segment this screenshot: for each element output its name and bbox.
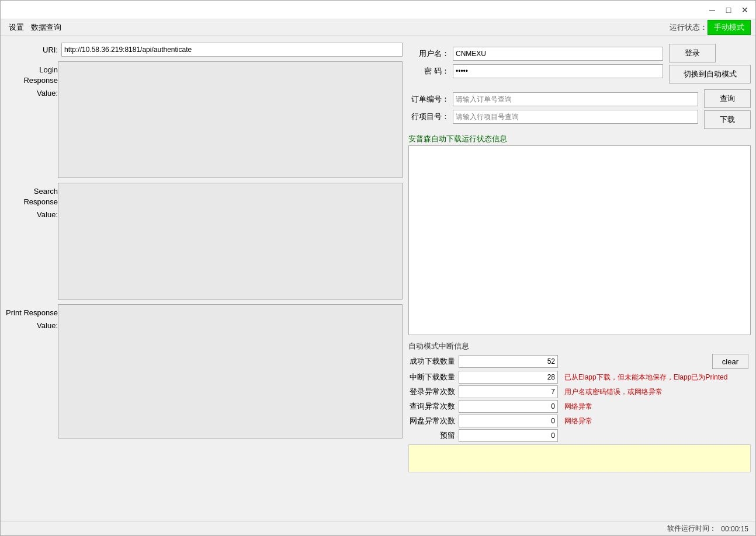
auto-log-area[interactable]: [408, 145, 751, 335]
login-response-textarea[interactable]: [58, 61, 403, 178]
switch-auto-button[interactable]: 切换到自动模式: [669, 65, 751, 83]
status-bar: 软件运行时间： 00:00:15: [1, 521, 755, 535]
stat-desc-4: 网络异常: [564, 416, 751, 426]
print-response-textarea[interactable]: [58, 304, 403, 438]
download-button[interactable]: 下载: [704, 110, 751, 129]
auto-log-section: 安普森自动下载运行状态信息: [408, 134, 751, 335]
search-response-textarea[interactable]: [58, 183, 403, 300]
order-input[interactable]: [453, 92, 698, 106]
auto-log-title: 安普森自动下载运行状态信息: [408, 134, 751, 144]
stat-desc-2: 用户名或密码错误，或网络异常: [564, 387, 751, 397]
bottom-yellow-box: [408, 444, 751, 472]
username-label: 用户名：: [408, 48, 449, 59]
stat-label-5: 预留: [408, 430, 455, 441]
stat-input-1: [459, 371, 558, 384]
username-input[interactable]: [453, 47, 663, 61]
right-panel: 用户名： 密 码： 登录 切换到自动模式 订单编号：: [408, 40, 751, 517]
password-input[interactable]: [453, 64, 663, 78]
stat-input-3: [459, 400, 558, 413]
stat-input-2: [459, 385, 558, 398]
search-response-label: Search Response Value:: [5, 183, 58, 221]
print-response-label: Print Response Value:: [5, 304, 58, 331]
title-bar: ─ □ ✕: [1, 1, 755, 19]
uri-label: URI:: [5, 46, 58, 54]
stat-label-1: 中断下载数量: [408, 372, 455, 382]
uri-input[interactable]: [61, 43, 403, 57]
line-row: 行项目号：: [408, 110, 698, 124]
stat-label-2: 登录异常次数: [408, 387, 455, 397]
stat-label-0: 成功下载数量: [408, 356, 455, 367]
menu-bar: 设置 数据查询 运行状态： 手动模式: [1, 19, 755, 36]
login-response-label: Login Response Value:: [5, 61, 58, 99]
maximize-button[interactable]: □: [723, 4, 734, 16]
menu-settings[interactable]: 设置: [5, 21, 27, 34]
stat-desc-3: 网络异常: [564, 402, 751, 412]
uri-row: URI:: [5, 43, 403, 57]
order-label: 订单编号：: [408, 94, 449, 105]
title-bar-buttons: ─ □ ✕: [706, 4, 751, 16]
line-label: 行项目号：: [408, 112, 449, 122]
stat-input-4: [459, 415, 558, 427]
search-response-section: Search Response Value:: [5, 183, 403, 300]
stat-desc-1: 已从Elapp下载，但未能本地保存，Elapp已为Printed: [564, 373, 751, 382]
interrupt-section: 自动模式中断信息 成功下载数量 clear 中断下载数量 已从Elapp下载，但…: [408, 341, 751, 472]
main-content: URI: Login Response Value: Search Respon…: [1, 36, 755, 521]
menu-data-query[interactable]: 数据查询: [27, 21, 65, 34]
interrupt-title: 自动模式中断信息: [408, 342, 469, 350]
stat-input-5: [459, 429, 558, 442]
password-row: 密 码：: [408, 64, 663, 78]
print-response-section: Print Response Value:: [5, 304, 403, 438]
stat-input-0: [459, 355, 558, 368]
clear-button[interactable]: clear: [712, 354, 748, 369]
password-label: 密 码：: [408, 66, 449, 76]
login-response-section: Login Response Value:: [5, 61, 403, 178]
username-row: 用户名：: [408, 47, 663, 61]
run-time-label: 软件运行时间：: [667, 524, 716, 534]
query-button[interactable]: 查询: [704, 89, 751, 108]
minimize-button[interactable]: ─: [706, 4, 718, 16]
line-input[interactable]: [453, 110, 698, 124]
login-button[interactable]: 登录: [669, 44, 716, 62]
stat-label-3: 查询异常次数: [408, 401, 455, 412]
close-button[interactable]: ✕: [739, 4, 751, 16]
manual-mode-button[interactable]: 手动模式: [708, 20, 751, 35]
run-time-value: 00:00:15: [721, 525, 748, 533]
left-panel: URI: Login Response Value: Search Respon…: [5, 40, 403, 517]
run-status-label: 运行状态：: [670, 22, 708, 33]
order-row: 订单编号：: [408, 92, 698, 106]
stat-label-4: 网盘异常次数: [408, 416, 455, 426]
